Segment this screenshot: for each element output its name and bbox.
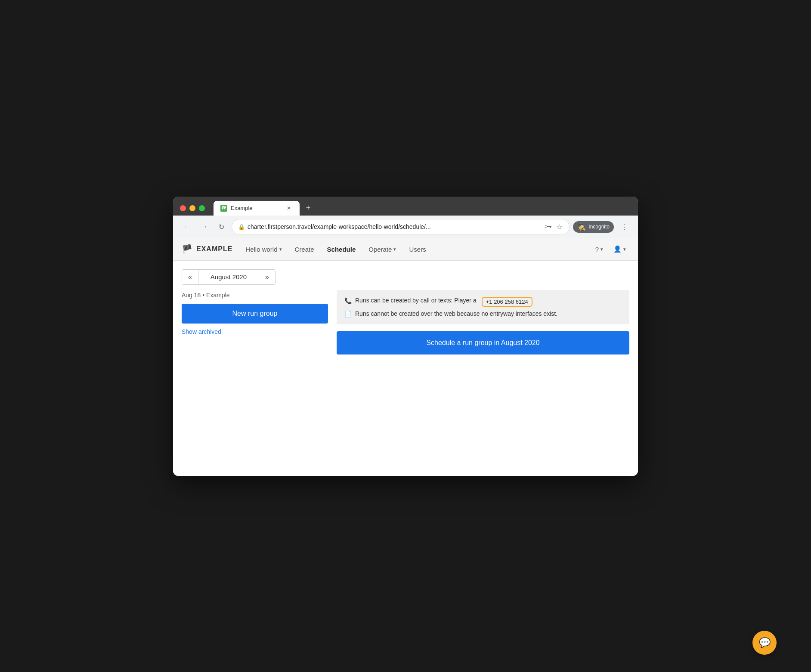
chat-bubble[interactable]: 💬 bbox=[752, 631, 777, 655]
nav-link-schedule-label: Schedule bbox=[327, 246, 356, 253]
minimize-button[interactable] bbox=[189, 205, 195, 211]
phone-number-highlight: +1 206 258 6124 bbox=[482, 297, 532, 307]
nav-link-create[interactable]: Create bbox=[289, 242, 320, 256]
reload-button[interactable]: ↻ bbox=[214, 220, 228, 234]
chevron-down-icon: ▾ bbox=[279, 247, 282, 252]
nav-link-users-label: Users bbox=[409, 246, 426, 253]
chrome-menu-button[interactable]: ⋮ bbox=[617, 220, 631, 234]
browser-window: 🗺 Example ✕ + ← → ↻ 🔒 charter.firstperso… bbox=[173, 197, 638, 476]
info-line-phone: 📞 Runs can be created by call or texts: … bbox=[344, 297, 622, 307]
phone-icon: 📞 bbox=[344, 297, 352, 304]
lock-icon: 🔒 bbox=[238, 224, 245, 230]
address-text: charter.firstperson.travel/example-works… bbox=[248, 223, 542, 230]
tab-close-button[interactable]: ✕ bbox=[285, 204, 293, 212]
left-col: Aug 18 • Example New run group Show arch… bbox=[182, 290, 328, 354]
app-logo: 🏴 EXAMPLE bbox=[182, 244, 232, 254]
chat-icon: 💬 bbox=[759, 637, 771, 648]
star-icon[interactable]: ☆ bbox=[555, 222, 563, 232]
right-col: 📞 Runs can be created by call or texts: … bbox=[337, 290, 629, 354]
profile-icon: 👤 bbox=[613, 245, 622, 253]
new-tab-button[interactable]: + bbox=[302, 202, 314, 214]
chevron-down-icon-2: ▾ bbox=[393, 247, 396, 252]
info-line2-text: Runs cannot be created over the web beca… bbox=[355, 310, 557, 317]
new-run-group-button[interactable]: New run group bbox=[182, 304, 328, 324]
page-content: « August 2020 » Aug 18 • Example New run… bbox=[173, 261, 638, 476]
profile-button[interactable]: 👤 ▾ bbox=[610, 243, 629, 256]
nav-link-helloworld[interactable]: Hello world ▾ bbox=[239, 242, 288, 256]
nav-links: Hello world ▾ Create Schedule Operate ▾ … bbox=[239, 242, 591, 256]
help-button[interactable]: ? ▾ bbox=[592, 243, 607, 256]
schedule-run-group-button[interactable]: Schedule a run group in August 2020 bbox=[337, 331, 629, 354]
back-button[interactable]: ← bbox=[180, 220, 194, 234]
nav-link-schedule[interactable]: Schedule bbox=[321, 242, 362, 256]
date-label: Aug 18 • Example bbox=[182, 292, 328, 299]
info-line1-text: Runs can be created by call or texts: Pl… bbox=[355, 297, 477, 304]
nav-right: ? ▾ 👤 ▾ bbox=[592, 243, 629, 256]
document-icon: 📄 bbox=[344, 311, 352, 318]
chrome-toolbar: ← → ↻ 🔒 charter.firstperson.travel/examp… bbox=[173, 216, 638, 238]
incognito-label: Incognito bbox=[588, 224, 610, 230]
info-line-web: 📄 Runs cannot be created over the web be… bbox=[344, 310, 622, 318]
window-controls bbox=[180, 205, 205, 211]
app-logo-text: EXAMPLE bbox=[196, 245, 232, 253]
address-icons: 🗝 ☆ bbox=[544, 222, 563, 232]
tab-title: Example bbox=[231, 205, 282, 211]
info-box: 📞 Runs can be created by call or texts: … bbox=[337, 290, 629, 324]
tab-favicon: 🗺 bbox=[220, 205, 227, 212]
chrome-titlebar: 🗺 Example ✕ + bbox=[173, 197, 638, 216]
profile-chevron-icon: ▾ bbox=[623, 247, 626, 252]
nav-link-operate[interactable]: Operate ▾ bbox=[362, 242, 402, 256]
month-nav: « August 2020 » bbox=[182, 269, 275, 285]
month-display: August 2020 bbox=[198, 270, 259, 284]
app-nav: 🏴 EXAMPLE Hello world ▾ Create Schedule … bbox=[173, 238, 638, 261]
prev-month-button[interactable]: « bbox=[182, 270, 198, 284]
two-col-layout: Aug 18 • Example New run group Show arch… bbox=[182, 290, 629, 354]
nav-link-create-label: Create bbox=[295, 246, 314, 253]
tab-bar: 🗺 Example ✕ + bbox=[214, 201, 631, 216]
maximize-button[interactable] bbox=[199, 205, 205, 211]
browser-tab[interactable]: 🗺 Example ✕ bbox=[214, 201, 300, 216]
address-path: /example-workspace/hello-world/schedule/… bbox=[312, 223, 430, 230]
forward-button[interactable]: → bbox=[197, 220, 211, 234]
help-chevron-icon: ▾ bbox=[601, 247, 603, 252]
nav-link-helloworld-label: Hello world bbox=[245, 246, 277, 253]
incognito-icon: 🕵 bbox=[577, 223, 586, 231]
next-month-button[interactable]: » bbox=[259, 270, 275, 284]
close-button[interactable] bbox=[180, 205, 186, 211]
nav-link-operate-label: Operate bbox=[368, 246, 392, 253]
incognito-badge: 🕵 Incognito bbox=[573, 221, 614, 233]
app-logo-icon: 🏴 bbox=[182, 244, 193, 254]
nav-link-users[interactable]: Users bbox=[403, 242, 432, 256]
show-archived-link[interactable]: Show archived bbox=[182, 328, 221, 335]
help-icon: ? bbox=[595, 246, 599, 253]
address-domain: charter.firstperson.travel bbox=[248, 223, 312, 230]
address-bar[interactable]: 🔒 charter.firstperson.travel/example-wor… bbox=[232, 219, 570, 235]
key-icon[interactable]: 🗝 bbox=[544, 222, 553, 231]
